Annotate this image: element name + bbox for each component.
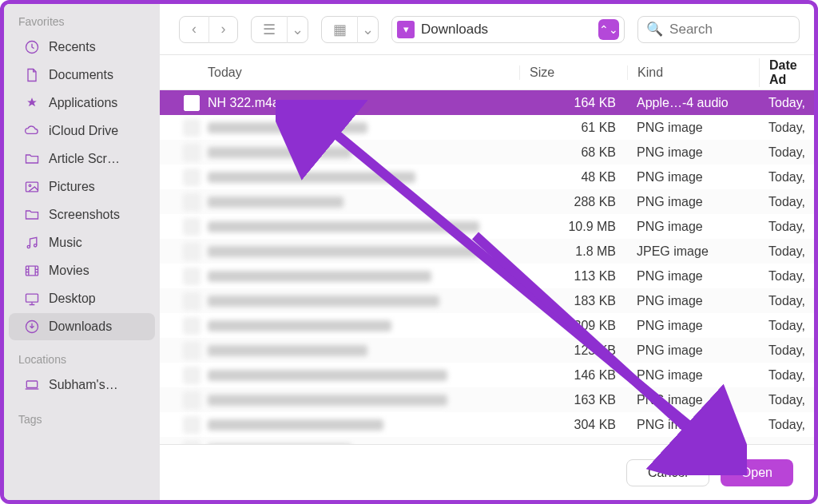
sidebar-item-iclouddrive[interactable]: iCloud Drive xyxy=(9,117,155,145)
sidebar-item-applications[interactable]: Applications xyxy=(9,89,155,117)
search-icon: 🔍 xyxy=(646,21,663,38)
cell-kind: PNG image xyxy=(627,195,759,209)
header-name[interactable]: Today xyxy=(160,65,519,80)
toolbar: ‹ › ☰ ⌄ ▦ ⌄ ▾ Downloads ⌃⌄ 🔍 xyxy=(160,4,814,55)
file-row[interactable]: 113 KBPNG imageToday, xyxy=(160,264,814,288)
file-row[interactable]: 288 KBPNG imageToday, xyxy=(160,189,814,214)
cell-name: NH 322.m4a xyxy=(160,95,519,111)
file-row[interactable]: 1.8 MBJPEG imageToday, xyxy=(160,239,814,264)
svg-rect-5 xyxy=(26,266,38,276)
chevron-down-icon[interactable]: ⌄ xyxy=(357,16,378,43)
sidebar: Favorites RecentsDocumentsApplicationsiC… xyxy=(4,4,160,500)
cell-size: 68 KB xyxy=(519,145,627,160)
sidebar-item-label: Movies xyxy=(49,264,89,278)
cell-date: Today, xyxy=(759,220,814,234)
search-input[interactable] xyxy=(669,22,791,38)
sidebar-item-label: Desktop xyxy=(49,292,96,306)
nav-back-forward[interactable]: ‹ › xyxy=(179,16,238,43)
sidebar-item-recents[interactable]: Recents xyxy=(9,34,155,61)
sidebar-item-downloads[interactable]: Downloads xyxy=(9,313,155,340)
doc-icon xyxy=(23,66,41,84)
cell-kind: PNG image xyxy=(627,145,759,160)
app-icon xyxy=(23,94,41,112)
sidebar-item-pictures[interactable]: Pictures xyxy=(9,173,155,200)
cell-size: 164 KB xyxy=(519,96,627,110)
file-row[interactable]: 146 KBPNG imageToday, xyxy=(160,363,814,387)
sidebar-item-label: Downloads xyxy=(49,319,112,334)
sidebar-item-articlescr[interactable]: Article Scr… xyxy=(9,145,155,173)
sidebar-item-screenshots[interactable]: Screenshots xyxy=(9,201,155,228)
cell-kind: PNG image xyxy=(627,368,759,383)
location-popup[interactable]: ▾ Downloads ⌃⌄ xyxy=(391,16,625,43)
cell-date: Today, xyxy=(759,195,814,209)
file-row[interactable]: 10.9 MBPNG imageToday, xyxy=(160,214,814,239)
file-row[interactable]: NH 322.m4a164 KBApple…-4 audioToday, xyxy=(160,90,814,115)
open-button[interactable]: Open xyxy=(721,459,793,486)
file-row[interactable]: 123 KBPNG imageToday, xyxy=(160,338,814,363)
cell-name xyxy=(160,392,519,408)
nav-forward-button[interactable]: › xyxy=(208,16,237,43)
cell-size: 183 KB xyxy=(519,294,627,308)
cell-kind: PNG image xyxy=(627,418,759,432)
file-row[interactable]: 309 KBPNG imageToday, xyxy=(160,313,814,338)
sidebar-item-music[interactable]: Music xyxy=(9,229,155,256)
sidebar-section-tags: Tags xyxy=(4,410,160,431)
search-field[interactable]: 🔍 xyxy=(637,16,800,43)
cell-size: 288 KB xyxy=(519,195,627,209)
cell-kind: Apple…-4 audio xyxy=(627,96,759,110)
file-row[interactable]: 68 KBPNG imageToday, xyxy=(160,140,814,165)
column-headers: Today Size Kind Date Ad xyxy=(160,55,814,90)
header-date[interactable]: Date Ad xyxy=(759,58,814,87)
cell-kind: PNG image xyxy=(627,121,759,135)
file-row[interactable]: 187 KBPNG imageToday, xyxy=(160,437,814,444)
dialog-footer: Cancel Open xyxy=(160,444,814,500)
cell-kind: PNG image xyxy=(627,343,759,358)
header-kind[interactable]: Kind xyxy=(627,65,759,80)
image-icon xyxy=(23,178,41,196)
sidebar-item-label: iCloud Drive xyxy=(49,124,118,138)
cell-kind: JPEG image xyxy=(627,244,759,259)
cell-size: 123 KB xyxy=(519,343,627,358)
sidebar-item-label: Subham's… xyxy=(49,378,118,392)
sidebar-item-label: Documents xyxy=(49,68,113,82)
file-row[interactable]: 183 KBPNG imageToday, xyxy=(160,288,814,313)
cell-name xyxy=(160,417,519,433)
sidebar-item-label: Recents xyxy=(49,40,96,54)
sidebar-item-location[interactable]: Subham's… xyxy=(9,371,155,399)
cell-size: 304 KB xyxy=(519,418,627,432)
cell-date: Today, xyxy=(759,319,814,333)
cell-date: Today, xyxy=(759,294,814,308)
svg-point-4 xyxy=(34,244,37,247)
file-row[interactable]: 61 KBPNG imageToday, xyxy=(160,115,814,140)
location-chevron-icon[interactable]: ⌃⌄ xyxy=(598,19,619,40)
cell-name xyxy=(160,244,519,260)
sidebar-item-movies[interactable]: Movies xyxy=(9,257,155,284)
file-name: NH 322.m4a xyxy=(208,96,280,110)
file-row[interactable]: 163 KBPNG imageToday, xyxy=(160,387,814,412)
cell-name xyxy=(160,145,519,161)
cell-name xyxy=(160,120,519,136)
clock-icon xyxy=(23,38,41,56)
cell-kind: PNG image xyxy=(627,294,759,308)
svg-rect-6 xyxy=(26,294,38,302)
grid-icon[interactable]: ▦ xyxy=(322,16,357,43)
file-list[interactable]: NH 322.m4a164 KBApple…-4 audioToday,61 K… xyxy=(160,90,814,444)
nav-back-button[interactable]: ‹ xyxy=(180,16,208,43)
file-row[interactable]: 304 KBPNG imageToday, xyxy=(160,412,814,437)
sidebar-item-documents[interactable]: Documents xyxy=(9,62,155,89)
view-mode-menu[interactable]: ☰ ⌄ xyxy=(251,16,308,43)
list-view-icon[interactable]: ☰ xyxy=(252,16,287,43)
svg-point-3 xyxy=(27,245,30,248)
chevron-down-icon[interactable]: ⌄ xyxy=(287,16,308,43)
cell-date: Today, xyxy=(759,418,814,432)
cell-size: 48 KB xyxy=(519,170,627,185)
cancel-button[interactable]: Cancel xyxy=(626,459,709,486)
cell-date: Today, xyxy=(759,393,814,407)
file-row[interactable]: 48 KBPNG imageToday, xyxy=(160,165,814,189)
header-size[interactable]: Size xyxy=(519,65,627,80)
sidebar-item-label: Applications xyxy=(49,96,117,110)
group-mode-menu[interactable]: ▦ ⌄ xyxy=(321,16,379,43)
sidebar-item-desktop[interactable]: Desktop xyxy=(9,285,155,312)
sidebar-item-label: Article Scr… xyxy=(49,152,120,166)
sidebar-item-label: Pictures xyxy=(49,180,95,194)
